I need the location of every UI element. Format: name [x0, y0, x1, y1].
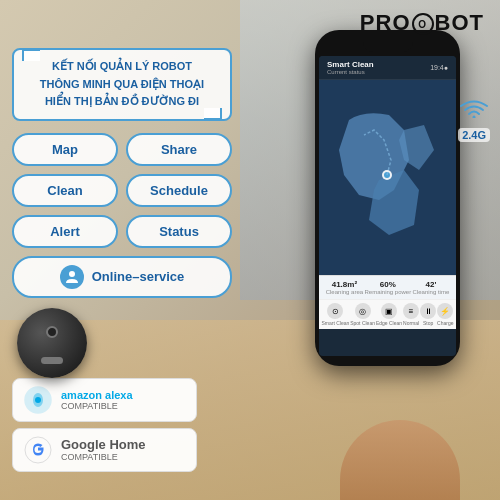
spot-clean-icon: ◎: [355, 303, 371, 319]
nav-charge-label: Charge: [437, 320, 453, 326]
app-header: Smart Clean Current status 19:4●: [319, 56, 456, 80]
brand-logo: PROOBOT: [360, 10, 484, 36]
nav-smart-label: Smart Clean: [321, 320, 349, 326]
svg-point-0: [69, 271, 75, 277]
share-button[interactable]: Share: [126, 133, 232, 166]
svg-point-3: [35, 397, 41, 403]
google-icon: [23, 435, 53, 465]
app-title: Smart Clean: [327, 60, 374, 69]
bottom-nav: ⊙ Smart Clean ◎ Spot Clean ▣ Edge Clean …: [319, 299, 456, 329]
stat-time: 42' Cleaning time: [413, 280, 450, 295]
stat-power-label: Remaining power: [364, 289, 411, 295]
stats-bar: 41.8m² Cleaning area 60% Remaining power…: [319, 275, 456, 299]
google-badge: Google Home COMPATIBLE: [12, 428, 197, 472]
clean-button[interactable]: Clean: [12, 174, 118, 207]
robot-spacer: [12, 308, 232, 378]
logo-pre: PRO: [360, 10, 411, 35]
phone-container: Smart Clean Current status 19:4●: [295, 30, 480, 366]
alexa-text: amazon alexa COMPATIBLE: [61, 389, 133, 411]
stat-power: 60% Remaining power: [364, 280, 411, 295]
stat-time-value: 42': [413, 280, 450, 289]
robot-vacuum: [17, 308, 87, 378]
phone-screen: Smart Clean Current status 19:4●: [319, 56, 456, 356]
alexa-icon: [23, 385, 53, 415]
nav-edge-label: Edge Clean: [376, 320, 402, 326]
wifi-badge: 2.4G: [458, 100, 490, 142]
compatibility-badges: amazon alexa COMPATIBLE Google Home COMP…: [12, 378, 232, 472]
smart-clean-icon: ⊙: [327, 303, 343, 319]
stat-power-value: 60%: [364, 280, 411, 289]
logo-circle: O: [412, 13, 434, 35]
nav-edge-clean[interactable]: ▣ Edge Clean: [376, 303, 402, 326]
stat-time-label: Cleaning time: [413, 289, 450, 295]
phone-notch: [363, 40, 413, 52]
stat-area-label: Cleaning area: [326, 289, 363, 295]
stat-area: 41.8m² Cleaning area: [326, 280, 363, 295]
nav-normal-label: Normal: [403, 320, 419, 326]
feature-grid: Map Share Clean Schedule Alert Status: [12, 133, 232, 248]
stop-icon: ⏸: [420, 303, 436, 319]
nav-charge[interactable]: ⚡ Charge: [437, 303, 453, 326]
wifi-icon: [458, 100, 490, 128]
robot-camera: [46, 326, 58, 338]
phone: Smart Clean Current status 19:4●: [315, 30, 460, 366]
google-text: Google Home COMPATIBLE: [61, 437, 146, 462]
logo-post: BOT: [435, 10, 484, 35]
wifi-label: 2.4G: [458, 128, 490, 142]
online-service-label: Online–service: [92, 269, 185, 284]
nav-smart-clean[interactable]: ⊙ Smart Clean: [321, 303, 349, 326]
app-title-block: Smart Clean Current status: [327, 60, 374, 75]
app-time: 19:4●: [430, 64, 448, 71]
stat-area-value: 41.8m²: [326, 280, 363, 289]
nav-stop[interactable]: ⏸ Stop: [420, 303, 436, 326]
person-icon: [60, 265, 84, 289]
nav-spot-label: Spot Clean: [350, 320, 375, 326]
map-button[interactable]: Map: [12, 133, 118, 166]
schedule-button[interactable]: Schedule: [126, 174, 232, 207]
app-subtitle: Current status: [327, 69, 374, 75]
alert-button[interactable]: Alert: [12, 215, 118, 248]
nav-stop-label: Stop: [423, 320, 433, 326]
quote-box: KẾT NỐI QUẢN LÝ ROBOT THÔNG MINH QUA ĐIỆ…: [12, 48, 232, 121]
online-service-button[interactable]: Online–service: [12, 256, 232, 298]
left-panel: KẾT NỐI QUẢN LÝ ROBOT THÔNG MINH QUA ĐIỆ…: [12, 48, 232, 472]
normal-icon: ≡: [403, 303, 419, 319]
nav-spot-clean[interactable]: ◎ Spot Clean: [350, 303, 375, 326]
alexa-badge: amazon alexa COMPATIBLE: [12, 378, 197, 422]
charge-icon: ⚡: [437, 303, 453, 319]
robot-button: [41, 357, 63, 364]
nav-normal[interactable]: ≡ Normal: [403, 303, 419, 326]
map-area: [319, 80, 456, 275]
status-button[interactable]: Status: [126, 215, 232, 248]
quote-text: KẾT NỐI QUẢN LÝ ROBOT THÔNG MINH QUA ĐIỆ…: [26, 58, 218, 111]
edge-clean-icon: ▣: [381, 303, 397, 319]
